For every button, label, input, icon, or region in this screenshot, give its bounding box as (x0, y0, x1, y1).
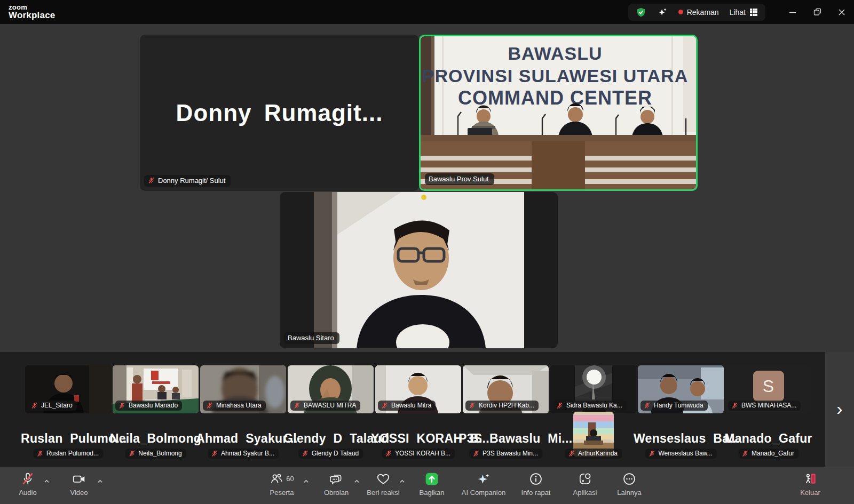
camera-icon (72, 472, 86, 486)
tile-ruslan-pulumo[interactable]: Ruslan Pulumo... Ruslan Pulumod... (25, 413, 111, 467)
heart-icon (376, 472, 390, 486)
participant-name: Wenseslaus Ba... (634, 431, 728, 446)
tile-neila-bolmong[interactable]: Neila_Bolmong Neila_Bolmong (113, 413, 199, 467)
security-shield-icon[interactable] (636, 7, 646, 18)
svg-text:PROVINSI SULAWESI UTARA: PROVINSI SULAWESI UTARA (422, 66, 688, 86)
meeting-info-label: Info rapat (521, 489, 551, 497)
name-tag-label: Ruslan Pulumod... (46, 450, 99, 457)
video-tile-donny-rumagit[interactable]: Donny Rumagit... Donny Rumagit/ Sulut (140, 35, 419, 191)
ai-companion-label: AI Companion (462, 489, 505, 497)
audio-menu-caret[interactable] (44, 478, 49, 484)
video-tile-minahasa-utara[interactable]: Minahasa Utara (200, 365, 286, 413)
mic-muted-icon (568, 450, 575, 457)
name-tag-label: Handy Tumiwuda (654, 402, 703, 409)
name-tag-label: Sidra Bawaslu Ka... (566, 402, 622, 409)
video-tile-bawaslu-mitra-caps[interactable]: BAWASLU MITRA (288, 365, 374, 413)
participants-button[interactable]: 60 Peserta (252, 471, 311, 497)
info-icon (529, 472, 543, 486)
name-tag-sitaro: Bawaslu Sitaro (284, 332, 339, 344)
video-tile-bawaslu-sitaro[interactable]: Bawaslu Sitaro (280, 192, 558, 348)
tile-yossi-korah[interactable]: YOSSI KORAH B... YOSSI KORAH B... (375, 413, 461, 467)
title-bar: zoom Workplace Rekaman Lihat (0, 0, 854, 24)
more-ellipsis-icon (622, 472, 636, 486)
reactions-label: Beri reaksi (367, 489, 399, 497)
mic-muted-icon (148, 177, 155, 184)
video-tile-bws-minahasa[interactable]: S BWS MINAHASA... (725, 365, 811, 413)
video-tile-handy-tumiwuda[interactable]: Handy Tumiwuda (638, 365, 724, 413)
titlebar-right: Rekaman Lihat (628, 0, 854, 24)
view-label: Lihat (730, 8, 746, 17)
view-menu[interactable]: Lihat (730, 8, 758, 17)
video-tile-kordiv-hp2h[interactable]: Kordiv HP2H Kab... (463, 365, 549, 413)
recording-label: Rekaman (687, 8, 719, 17)
chat-icon (329, 472, 343, 486)
record-dot-icon (678, 10, 683, 14)
name-tag-label: Bawaslu Sitaro (288, 334, 334, 342)
mic-muted-icon (741, 450, 748, 457)
share-screen-button[interactable]: Bagikan (402, 471, 461, 497)
tile-wenseslaus[interactable]: Wenseslaus Ba... Wenseslaus Baw... (638, 413, 724, 467)
more-button[interactable]: Lainnya (600, 471, 659, 497)
more-label: Lainnya (617, 489, 642, 497)
participants-filmstrip: JEL_Sitaro (0, 352, 854, 467)
tile-ahmad-syakur[interactable]: Ahmad Syakur... Ahmad Syakur B... (200, 413, 286, 467)
brand-zoom: zoom (9, 4, 55, 11)
leave-label: Keluar (800, 489, 820, 497)
audio-label: Audio (19, 489, 36, 497)
mic-muted-icon (381, 402, 388, 409)
name-tag-label: YOSSI KORAH B... (395, 450, 450, 457)
participant-name: Ahmad Syakur... (196, 431, 290, 446)
mic-muted-icon (731, 402, 738, 409)
leave-button[interactable]: Keluar (781, 471, 840, 497)
tile-manado-gafur[interactable]: Manado_Gafur Manado_Gafur (725, 413, 811, 467)
mic-muted-icon (206, 402, 213, 409)
ai-companion-sparkle-icon[interactable] (657, 7, 668, 18)
tile-glendy-talaud[interactable]: Glendy D Talaud Glendy D Talaud (288, 413, 374, 467)
filmstrip-panel: JEL_Sitaro (0, 352, 825, 467)
svg-text:COMMAND CENTER: COMMAND CENTER (458, 87, 652, 109)
name-tag-label: Ahmad Syakur B... (221, 450, 274, 457)
name-tag-label: Kordiv HP2H Kab... (479, 402, 534, 409)
chevron-right-icon[interactable]: › (836, 399, 842, 418)
video-tile-bawaslu-mitra[interactable]: Bawaslu Mitra (375, 365, 461, 413)
restore-button[interactable] (805, 0, 829, 24)
participants-icon (270, 472, 283, 486)
close-button[interactable] (829, 0, 854, 24)
mic-muted-icon (211, 450, 218, 457)
recording-indicator[interactable]: Rekaman (678, 8, 719, 17)
tile-arthur-karinda[interactable]: ArthurKarinda (550, 413, 636, 467)
apps-label: Aplikasi (573, 489, 597, 497)
video-menu-caret[interactable] (97, 478, 102, 484)
participant-display-name: Donny Rumagit... (176, 100, 383, 126)
name-tag-label: ArthurKarinda (578, 450, 618, 457)
participant-name: Glendy D Talaud (283, 431, 378, 446)
tile-p3s-bawaslu[interactable]: P3S Bawaslu Mi... P3S Bawaslu Min... (463, 413, 549, 467)
name-tag-label: BAWASLU MITRA (304, 402, 356, 409)
avatar-initial: S (753, 371, 784, 402)
window-controls (780, 0, 854, 24)
brand-workplace: Workplace (9, 11, 55, 20)
sitaro-video (314, 192, 524, 348)
name-tag-donny: Donny Rumagit/ Sulut (144, 175, 231, 187)
name-tag-label: Bawaslu Manado (129, 402, 178, 409)
mic-muted-icon (644, 402, 651, 409)
zoom-workplace-logo: zoom Workplace (0, 4, 55, 20)
video-tile-active-speaker[interactable]: BAWASLU PROVINSI SULAWESI UTARA COMMAND … (419, 35, 698, 191)
ai-companion-button[interactable]: AI Companion (454, 471, 513, 497)
grid-view-icon (749, 8, 758, 17)
name-tag-label: Neila_Bolmong (138, 450, 181, 457)
participant-name: P3S Bawaslu Mi... (458, 431, 553, 446)
minimize-button[interactable] (780, 0, 805, 24)
mic-muted-icon (21, 472, 35, 486)
video-stage: Donny Rumagit... Donny Rumagit/ Sulut BA… (0, 24, 854, 352)
video-tile-sidra-bawaslu[interactable]: Sidra Bawaslu Ka... (550, 365, 636, 413)
filmstrip-row-names: Ruslan Pulumo... Ruslan Pulumod... Neila… (25, 413, 811, 467)
name-tag-label: Bawaslu Prov Sulut (429, 175, 489, 183)
mic-muted-icon (302, 450, 309, 457)
participants-label: Peserta (270, 489, 294, 497)
mic-muted-icon (472, 450, 479, 457)
video-tile-jel-sitaro[interactable]: JEL_Sitaro (25, 365, 111, 413)
name-tag-label: Minahasa Utara (216, 402, 262, 409)
command-center-video: BAWASLU PROVINSI SULAWESI UTARA COMMAND … (421, 36, 696, 189)
video-tile-bawaslu-manado[interactable]: Bawaslu Manado (113, 365, 199, 413)
